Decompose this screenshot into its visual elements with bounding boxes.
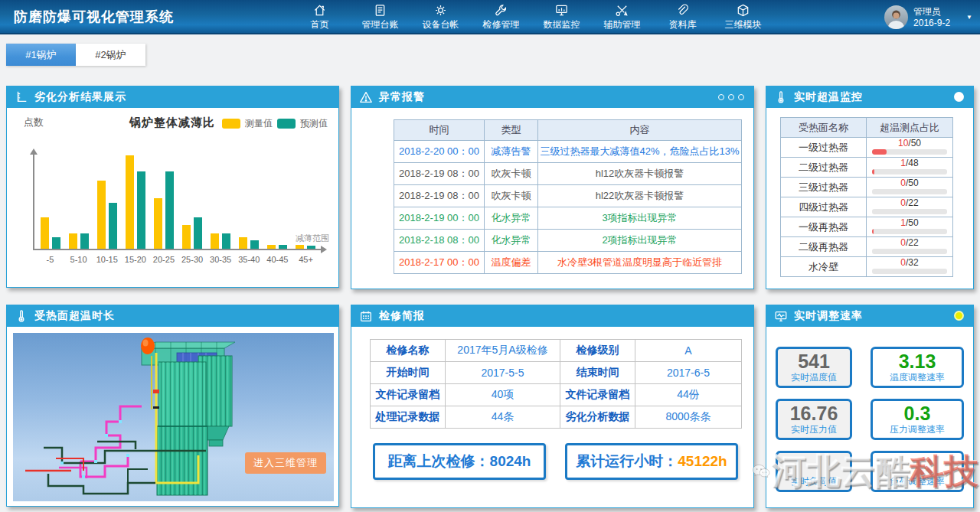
alarm-cell: 化水异常 [485, 207, 538, 230]
alarm-row[interactable]: 2018-2-19 08：00吹灰卡顿hl12吹灰器卡顿报警 [394, 163, 742, 185]
rate-card: 实时负荷值 [776, 451, 852, 492]
user-name: 管理员 [913, 6, 950, 18]
alarm-cell: hl12吹灰器卡顿报警 [538, 163, 742, 185]
alarm-cell: hl22吹灰器卡顿报警 [538, 185, 742, 207]
alarm-cell: 2018-2-19 08：00 [394, 163, 485, 185]
x-tick-label: 5-10 [70, 255, 87, 264]
x-tick-label: 20-25 [153, 255, 175, 264]
alarm-column-header: 时间 [394, 120, 485, 141]
overtemp-row: 水冷壁0/32 [781, 257, 953, 277]
maintenance-value: 2017年5月A级检修 [446, 340, 560, 362]
maintenance-row: 开始时间2017-5-5结束时间2017-6-5 [371, 362, 742, 384]
alarm-cell: 减薄告警 [485, 141, 538, 163]
alarm-cell: 吹灰卡顿 [485, 163, 538, 185]
panel-options-dots[interactable] [718, 94, 744, 100]
bar-group: 35-40 [237, 146, 262, 249]
heating-surface-name: 一级再热器 [781, 217, 867, 237]
nav-item-monitor-chart[interactable]: 数据监控 [531, 0, 592, 34]
panel-heating-surface-overtemp-duration: 受热面超温时长 [6, 305, 339, 507]
alarm-row[interactable]: 2018-2-17 00：00温度偏差水冷壁3根管道温度明显高于临近管排 [394, 252, 742, 274]
heating-surface-name: 一级过热器 [781, 138, 867, 158]
x-tick-label: 30-35 [210, 255, 231, 264]
bar-group: 25-30 [180, 146, 205, 249]
maintenance-label: 开始时间 [371, 362, 446, 384]
nav-item-cube[interactable]: 三维模块 [713, 0, 773, 34]
measured-bar [69, 233, 77, 249]
nav-item-label: 资料库 [669, 18, 697, 31]
overtemp-ratio-cell: 0/22 [867, 197, 953, 217]
user-info: 管理员 2016-9-2 [913, 6, 950, 29]
nav-item-wrench[interactable]: 检修管理 [471, 0, 531, 34]
boiler-3d-view[interactable] [13, 333, 334, 501]
tab-boiler-2[interactable]: #2锅炉 [76, 44, 145, 66]
nav-item-label: 设备台帐 [423, 18, 459, 31]
rate-card-label: 实时压力值 [778, 423, 850, 436]
panel-status-indicator[interactable] [954, 311, 964, 321]
rate-card-value [873, 455, 962, 475]
alarm-cell: 水冷壁3根管道温度明显高于临近管排 [538, 252, 742, 274]
alarm-row[interactable]: 2018-2-20 00：00减薄告警三级过热器最大减薄值42%，危险点占比13… [394, 141, 742, 163]
legend-predicted-label: 预测值 [300, 117, 328, 130]
heating-surface-name: 二级过热器 [781, 158, 867, 178]
since-last-maintenance-button[interactable]: 距离上次检修：8024h [373, 443, 546, 480]
maintenance-value: 8000条条 [635, 406, 742, 429]
alarm-cell: 3项指标出现异常 [538, 207, 742, 230]
legend-measured-label: 测量值 [245, 117, 273, 130]
maintenance-value: 44条 [446, 406, 560, 429]
alarm-cell: 化水异常 [485, 230, 538, 252]
panel-alarm-header: 异常报警 [351, 86, 753, 108]
alarm-row[interactable]: 2018-2-19 00：00化水异常3项指标出现异常 [394, 207, 742, 230]
nav-item-ledger[interactable]: 管理台账 [350, 0, 410, 34]
thermometer-icon [15, 309, 28, 323]
x-tick-label: 40-45 [266, 255, 288, 264]
legend-measured-swatch [222, 119, 240, 129]
nav-item-label: 管理台账 [362, 18, 399, 31]
total-running-hours-button[interactable]: 累计运行小时：45122h [565, 443, 738, 480]
tab-boiler-1[interactable]: #1锅炉 [6, 44, 76, 66]
user-menu[interactable]: 管理员 2016-9-2 ▼ [884, 0, 972, 34]
home-icon [312, 3, 327, 18]
thermometer-icon [774, 90, 788, 104]
panel-status-indicator[interactable] [954, 92, 964, 102]
chart-bars: -55-1010-1515-2020-2525-3030-3535-4040-4… [38, 146, 318, 249]
maintenance-label: 劣化分析数据 [560, 406, 635, 429]
user-date: 2016-9-2 [913, 18, 950, 29]
nav-item-gear[interactable]: 设备台帐 [410, 0, 471, 34]
panel-overtemp-header: 实时超温监控 [766, 86, 973, 108]
warning-triangle-icon [359, 90, 373, 104]
legend-predicted-swatch [277, 119, 296, 129]
rate-card: 0.3压力调整速率 [871, 399, 964, 440]
bar-group: 30-35 [208, 146, 234, 249]
rate-card-label: 负荷调整速率 [873, 475, 962, 488]
measured-bar [41, 217, 49, 249]
rate-card-label: 压力调整速率 [873, 423, 962, 436]
nav-item-paperclip[interactable]: 资料库 [652, 0, 713, 34]
bar-chart: 减薄范围 -55-1010-1515-2020-2525-3030-3535-4… [27, 146, 329, 269]
bar-group: -5 [38, 146, 63, 249]
maintenance-label: 文件记录留档 [560, 384, 635, 406]
chart-x-axis [33, 249, 325, 250]
rate-card: 3.13温度调整速率 [871, 347, 964, 388]
overtemp-progress-bar [872, 149, 948, 155]
measured-bar [182, 225, 191, 249]
nav-item-tools[interactable]: 辅助管理 [592, 0, 652, 34]
overtemp-ratio: 0/22 [867, 238, 952, 248]
nav-item-label: 三维模块 [725, 18, 762, 31]
overtemp-ratio: 0/32 [867, 258, 952, 268]
panel-degradation-analysis: 劣化分析结果展示 点数 锅炉整体减薄比 测量值 预测值 减薄范围 -55-101… [6, 86, 339, 288]
enter-3d-management-button[interactable]: 进入三维管理 [245, 452, 326, 474]
maintenance-row: 处理记录数据44条劣化分析数据8000条条 [371, 406, 742, 429]
alarm-cell: 2018-2-19 00：00 [394, 207, 485, 230]
predicted-bar [250, 240, 259, 249]
alarm-row[interactable]: 2018-2-19 08：00吹灰卡顿hl22吹灰器卡顿报警 [394, 185, 742, 207]
rate-card-label: 实时温度值 [778, 371, 850, 384]
bar-group: 5-10 [66, 146, 91, 249]
measured-bar [239, 237, 247, 249]
overtemp-row: 二级过热器1/48 [781, 158, 953, 178]
predicted-bar [165, 171, 174, 249]
nav-item-home[interactable]: 首页 [289, 0, 350, 34]
alarm-row[interactable]: 2018-2-18 08：00化水异常2项指标出现异常 [394, 230, 742, 252]
bar-group: 20-25 [151, 146, 176, 249]
chart-legend: 测量值 预测值 [222, 117, 328, 130]
chevron-down-icon[interactable]: ▼ [966, 14, 972, 21]
